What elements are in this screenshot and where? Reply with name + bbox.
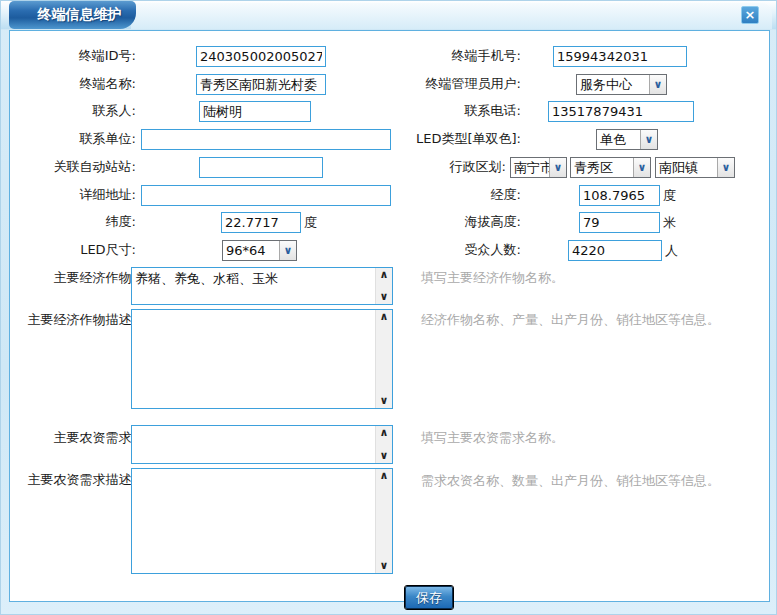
region-label: 行政区划: (371, 157, 506, 177)
terminal-id-label: 终端ID号: (6, 46, 136, 66)
terminal-info-dialog: 终端信息维护 × 终端ID号: 终端手机号: 终端名称: 终端管理员用户: 服务… (0, 0, 777, 615)
dialog-title: 终端信息维护 (38, 6, 122, 24)
scroll-down-icon[interactable]: ∨ (380, 450, 389, 462)
terminal-admin-label: 终端管理员用户: (371, 74, 521, 94)
terminal-id-input[interactable] (196, 46, 326, 67)
led-size-label: LED尺寸: (6, 240, 136, 260)
contact-unit-label: 联系单位: (6, 129, 136, 149)
longitude-input[interactable] (579, 185, 660, 206)
chevron-down-icon: ∨ (633, 158, 650, 177)
agri-need-textarea[interactable]: ∧ ∨ (131, 425, 393, 464)
crops-desc-scrollbar[interactable]: ∧ ∨ (375, 310, 392, 408)
save-button[interactable]: 保存 (405, 586, 453, 609)
led-type-select[interactable]: 单色 ∨ (596, 129, 658, 150)
region-town-select[interactable]: 南阳镇 ∨ (655, 157, 735, 178)
region-district-select[interactable]: 青秀区 ∨ (570, 157, 651, 178)
chevron-down-icon: ∨ (649, 75, 666, 94)
agri-need-desc-hint: 需求农资名称、数量、出产月份、销往地区等信息。 (421, 472, 720, 490)
agri-need-desc-textarea[interactable]: ∧ ∨ (131, 468, 393, 574)
latitude-input[interactable] (221, 212, 301, 233)
terminal-admin-value: 服务中心 (577, 76, 649, 94)
crops-scrollbar[interactable]: ∧ ∨ (375, 268, 392, 304)
altitude-unit: 米 (663, 212, 676, 233)
crops-desc-hint: 经济作物名称、产量、出产月份、销往地区等信息。 (421, 311, 720, 329)
chevron-down-icon: ∨ (279, 241, 296, 260)
region-city-value: 南宁市 (511, 159, 549, 177)
scroll-down-icon[interactable]: ∨ (380, 395, 389, 407)
terminal-name-label: 终端名称: (6, 74, 136, 94)
contact-unit-input[interactable] (141, 129, 391, 150)
audience-unit: 人 (665, 240, 678, 261)
region-town-value: 南阳镇 (656, 159, 717, 177)
terminal-phone-label: 终端手机号: (371, 46, 521, 66)
dialog-header: 终端信息维护 × (1, 1, 777, 30)
chevron-down-icon: ∨ (549, 158, 566, 177)
dialog-title-tab: 终端信息维护 (9, 1, 136, 29)
agri-need-scrollbar[interactable]: ∧ ∨ (375, 426, 392, 463)
chevron-down-icon: ∨ (640, 130, 657, 149)
region-district-value: 青秀区 (571, 159, 633, 177)
crops-desc-textarea[interactable]: ∧ ∨ (131, 309, 393, 409)
led-type-value: 单色 (597, 131, 640, 149)
audience-input[interactable] (568, 240, 662, 261)
contact-phone-input[interactable] (548, 101, 694, 122)
contact-phone-label: 联系电话: (371, 101, 521, 121)
altitude-input[interactable] (579, 212, 660, 233)
related-station-label: 关联自动站站: (6, 157, 136, 177)
longitude-label: 经度: (371, 185, 521, 205)
scroll-up-icon[interactable]: ∧ (380, 269, 389, 281)
agri-need-hint: 填写主要农资需求名称。 (421, 429, 564, 447)
header-sheen (131, 3, 772, 29)
agri-need-desc-label: 主要农资需求描述: (6, 470, 136, 490)
scroll-up-icon[interactable]: ∧ (380, 470, 389, 482)
close-icon: × (745, 7, 756, 22)
crops-value: 养猪、养兔、水稻、玉米 (135, 270, 372, 288)
address-label: 详细地址: (6, 185, 136, 205)
agri-need-label: 主要农资需求: (6, 428, 136, 448)
longitude-unit: 度 (663, 185, 676, 206)
address-input[interactable] (141, 185, 391, 206)
led-size-value: 96*64 (223, 243, 279, 258)
led-type-label: LED类型[单双色]: (371, 129, 521, 149)
audience-label: 受众人数: (371, 240, 521, 260)
altitude-label: 海拔高度: (371, 212, 521, 232)
region-city-select[interactable]: 南宁市 ∨ (510, 157, 567, 178)
terminal-admin-select[interactable]: 服务中心 ∨ (576, 74, 667, 95)
agri-need-desc-scrollbar[interactable]: ∧ ∨ (375, 469, 392, 573)
terminal-phone-input[interactable] (553, 46, 687, 67)
crops-desc-label: 主要经济作物描述: (6, 310, 136, 330)
crops-label: 主要经济作物: (6, 268, 136, 288)
scroll-up-icon[interactable]: ∧ (380, 311, 389, 323)
contact-label: 联系人: (6, 101, 136, 121)
scroll-up-icon[interactable]: ∧ (380, 427, 389, 439)
led-size-select[interactable]: 96*64 ∨ (222, 240, 297, 261)
terminal-name-input[interactable] (196, 74, 326, 95)
latitude-label: 纬度: (6, 212, 136, 232)
scroll-down-icon[interactable]: ∨ (380, 291, 389, 303)
scroll-down-icon[interactable]: ∨ (380, 560, 389, 572)
crops-textarea[interactable]: 养猪、养兔、水稻、玉米 ∧ ∨ (131, 267, 393, 305)
crops-hint: 填写主要经济作物名称。 (421, 269, 564, 287)
chevron-down-icon: ∨ (717, 158, 734, 177)
contact-input[interactable] (199, 101, 311, 122)
close-button[interactable]: × (741, 6, 759, 24)
related-station-input[interactable] (199, 157, 323, 178)
latitude-unit: 度 (304, 212, 317, 233)
